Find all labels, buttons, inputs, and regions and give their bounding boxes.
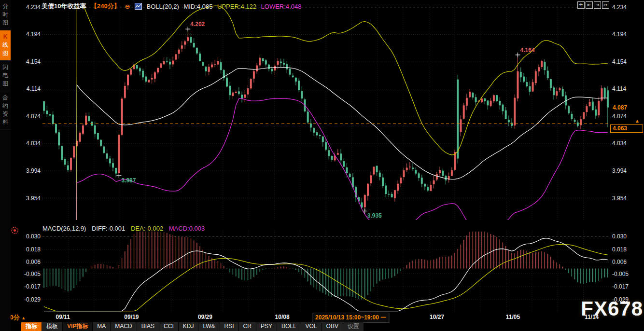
ref-price-box: 4.063 <box>610 124 643 133</box>
y-axis-label: 0.030 <box>612 233 635 240</box>
sidebar-tab-char: 约 <box>0 102 11 110</box>
y-axis-label: 4.234 <box>17 4 41 11</box>
toolbar-tab-KDJ[interactable]: KDJ <box>179 322 198 331</box>
sidebar-tab-分时图[interactable]: 分时图 <box>0 0 11 30</box>
collapse-icon[interactable]: ⊖ <box>125 3 130 10</box>
toolbar-tab-LW&[interactable]: LW& <box>198 322 219 331</box>
sidebar-tab-char: K <box>0 33 11 41</box>
y-axis-label: 3.994 <box>17 167 41 174</box>
sidebar-tab-char: 分 <box>0 2 11 11</box>
x-axis-label: 09/19 <box>124 314 139 320</box>
x-axis-row: 240分 ▲ 2025/10/13 15:00~19:00 一 09/1109/… <box>0 313 644 321</box>
sidebar-tab-char: 料 <box>0 118 11 126</box>
toolbar-tab-PSY[interactable]: PSY <box>256 322 277 331</box>
y-axis-label: 0.030 <box>17 233 41 240</box>
y-axis-label: 0.018 <box>612 246 635 253</box>
macd-chart[interactable] <box>42 231 609 313</box>
chart-tools-group: ✛⇤⇥↦ <box>577 1 609 9</box>
sidebar-tab-char: 合 <box>0 94 11 102</box>
y-axis-label: 0.006 <box>17 259 41 265</box>
macd-diff-value: DIFF:-0.001 <box>92 225 125 232</box>
y-axis-label: 4.154 <box>17 58 41 65</box>
instrument-title: 美债10年收益率 <box>42 2 86 10</box>
sidebar-tab-char: 时 <box>0 11 11 19</box>
toolbar-tab-VIP指标[interactable]: VIP指标 <box>63 322 92 331</box>
sidebar-tab-char: 电 <box>0 71 11 80</box>
low-annotation: 3.987 <box>121 177 136 184</box>
y-axis-label: -0.029 <box>17 296 41 303</box>
y-axis-label: 4.154 <box>612 58 635 65</box>
low-annotation: 3.935 <box>367 212 382 219</box>
toolbar-tab-指标[interactable]: 指标 <box>21 322 42 331</box>
macd-dea-value: DEA:-0.002 <box>131 225 163 232</box>
toolbar-tab-BOLL[interactable]: BOLL <box>277 322 301 331</box>
y-axis-label: 4.034 <box>612 140 635 147</box>
high-annotation: 4.164 <box>520 47 535 54</box>
toolbar-tab-RSI[interactable]: RSI <box>220 322 238 331</box>
chart-header: 美债10年收益率 【240分】 ⊖ BOLL(20,2) MID:4.085 U… <box>42 2 304 10</box>
toolbar-tab-CCI[interactable]: CCI <box>159 322 178 331</box>
y-axis-label: 0.006 <box>612 259 635 265</box>
x-axis-label: 11/05 <box>506 314 520 320</box>
scale-right-icon[interactable]: ⇥ <box>594 1 601 9</box>
toolbar-tab-模板[interactable]: 模板 <box>42 322 62 331</box>
x-axis-label: 10/08 <box>275 314 290 320</box>
y-axis-label: -0.017 <box>612 283 635 290</box>
boll-upper-value: UPPER:4.122 <box>217 3 256 10</box>
toolbar-tab-OBV[interactable]: OBV <box>322 322 343 331</box>
period-badge[interactable]: 【240分】 <box>91 2 120 10</box>
pan-right-icon[interactable]: ↦ <box>602 1 609 9</box>
y-axis-label: 4.194 <box>17 31 41 38</box>
sidebar-tab-char: 图 <box>0 80 11 88</box>
y-axis-label: 4.114 <box>17 85 41 92</box>
macd-label: MACD(26,12,9) <box>42 225 86 232</box>
left-sidebar: 分时图K线图闪电图合约资料 <box>0 0 11 331</box>
y-axis-label: -0.005 <box>612 271 635 277</box>
sidebar-tab-闪电图[interactable]: 闪电图 <box>0 61 11 91</box>
y-axis-label: 3.994 <box>612 167 635 174</box>
toolbar-tab-VOL[interactable]: VOL <box>301 322 322 331</box>
scale-left-icon[interactable]: ⇤ <box>586 1 593 9</box>
y-axis-label: 0.018 <box>17 246 41 253</box>
period-selector-arrow-icon: ▲ <box>21 316 26 320</box>
x-axis-label: 09/11 <box>56 314 70 320</box>
sidebar-tab-char: 闪 <box>0 63 11 71</box>
macd-value: MACD:0.003 <box>169 225 205 232</box>
ref-price-arrow-icon: ▲ <box>635 119 640 124</box>
toolbar-tab-MACD[interactable]: MACD <box>111 322 136 331</box>
y-axis-label: 4.234 <box>612 4 635 11</box>
toolbar-tab-设置[interactable]: 设置 <box>343 322 364 331</box>
y-axis-label: 3.954 <box>612 195 635 202</box>
y-axis-label: -0.017 <box>17 283 41 290</box>
boll-lower-value: LOWER:4.048 <box>261 3 302 10</box>
sidebar-tab-char: 线 <box>0 41 11 49</box>
y-axis-label: 4.194 <box>612 31 635 38</box>
high-annotation: 4.202 <box>190 21 205 28</box>
x-axis-label: 10/27 <box>430 314 444 320</box>
macd-header: MACD(26,12,9) DIFF:-0.001 DEA:-0.002 MAC… <box>42 225 209 232</box>
hovered-bar-date-label: 2025/10/13 15:00~19:00 一 <box>312 313 389 323</box>
y-axis-label: 4.074 <box>612 113 635 120</box>
main-candle-chart[interactable] <box>42 5 609 220</box>
y-axis-label: 4.114 <box>612 85 635 92</box>
y-axis-label: 3.954 <box>17 195 41 202</box>
toolbar-tab-CR[interactable]: CR <box>239 322 256 331</box>
move-chart-icon[interactable]: ✛ <box>577 1 585 9</box>
sidebar-tab-char: 图 <box>0 49 11 57</box>
hot-indicator-icon[interactable] <box>11 227 18 234</box>
sidebar-tab-char: 图 <box>0 19 11 27</box>
toolbar-tab-BIAS[interactable]: BIAS <box>137 322 159 331</box>
sidebar-tab-合约资料[interactable]: 合约资料 <box>0 91 11 130</box>
trading-app-window: 分时图K线图闪电图合约资料 美债10年收益率 【240分】 ⊖ BOLL(20,… <box>0 0 644 331</box>
sidebar-tab-K线图[interactable]: K线图 <box>0 30 11 61</box>
y-axis-label: 4.034 <box>17 140 41 147</box>
boll-mid-value: MID:4.085 <box>183 3 212 10</box>
sidebar-tab-char: 资 <box>0 110 11 118</box>
last-price-badge: 4.087 <box>610 104 644 111</box>
toolbar-tab-MA[interactable]: MA <box>93 322 110 331</box>
x-axis-label: 09/29 <box>198 314 212 320</box>
indicator-chart-icon[interactable] <box>135 3 142 10</box>
boll-label: BOLL(20,2) <box>147 3 179 10</box>
indicator-toolbar: 指标模板VIP指标MAMACDBIASCCIKDJLW&RSICRPSYBOLL… <box>21 322 364 331</box>
y-axis-label: -0.005 <box>17 271 41 277</box>
